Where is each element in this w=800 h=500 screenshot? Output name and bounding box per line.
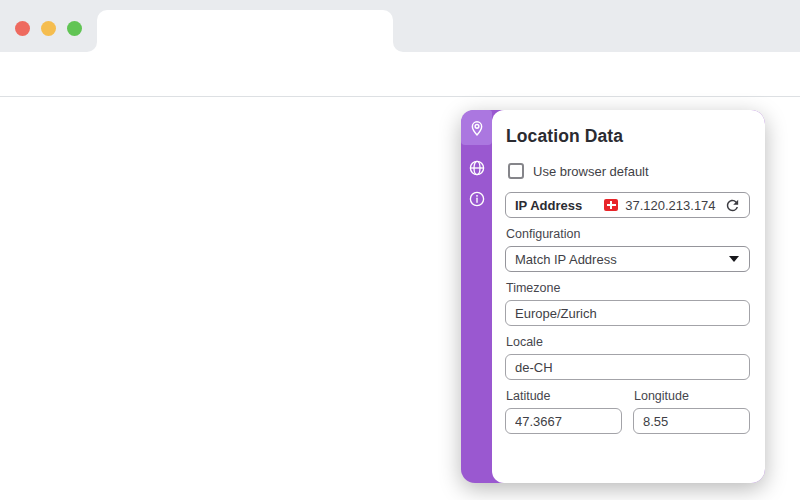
use-browser-default-row: Use browser default: [508, 162, 750, 180]
use-browser-default-checkbox[interactable]: [508, 163, 524, 179]
globe-icon: [468, 159, 486, 177]
timezone-input[interactable]: [505, 300, 750, 326]
latitude-label: Latitude: [506, 389, 622, 403]
ip-address-box: IP Address 37.120.213.174: [505, 192, 750, 218]
popup-title: Location Data: [506, 126, 750, 147]
longitude-input[interactable]: [633, 408, 750, 434]
use-browser-default-label: Use browser default: [533, 164, 649, 179]
popup-sidebar: [461, 110, 492, 483]
longitude-label: Longitude: [634, 389, 750, 403]
latitude-column: Latitude: [505, 380, 622, 434]
swiss-flag-icon: [604, 199, 618, 211]
location-pin-icon: [468, 119, 486, 137]
ip-address-label: IP Address: [515, 198, 582, 213]
configuration-select[interactable]: Match IP Address: [505, 246, 750, 272]
tab-bar-right: [393, 0, 800, 52]
browser-tab[interactable]: [97, 10, 393, 52]
ip-refresh-button[interactable]: [724, 197, 741, 214]
popup-body: Location Data Use browser default IP Add…: [492, 110, 765, 483]
tab-bar: [0, 0, 800, 52]
configuration-label: Configuration: [506, 227, 750, 241]
longitude-column: Longitude: [633, 380, 750, 434]
sidebar-item-browser[interactable]: [461, 152, 492, 184]
location-data-popup: Location Data Use browser default IP Add…: [461, 110, 765, 483]
zoom-window-button[interactable]: [67, 21, 82, 36]
timezone-label: Timezone: [506, 281, 750, 295]
refresh-icon: [724, 197, 741, 214]
locale-label: Locale: [506, 335, 750, 349]
latitude-input[interactable]: [505, 408, 622, 434]
sidebar-item-info[interactable]: [461, 183, 492, 215]
minimize-window-button[interactable]: [41, 21, 56, 36]
chevron-down-icon: [729, 256, 739, 262]
ip-address-value: 37.120.213.174: [625, 198, 715, 213]
configuration-selected-value: Match IP Address: [515, 252, 617, 267]
browser-toolbar: [0, 52, 800, 97]
sidebar-item-location[interactable]: [461, 110, 492, 145]
info-icon: [468, 190, 486, 208]
locale-input[interactable]: [505, 354, 750, 380]
close-window-button[interactable]: [15, 21, 30, 36]
coordinates-row: Latitude Longitude: [505, 380, 750, 434]
